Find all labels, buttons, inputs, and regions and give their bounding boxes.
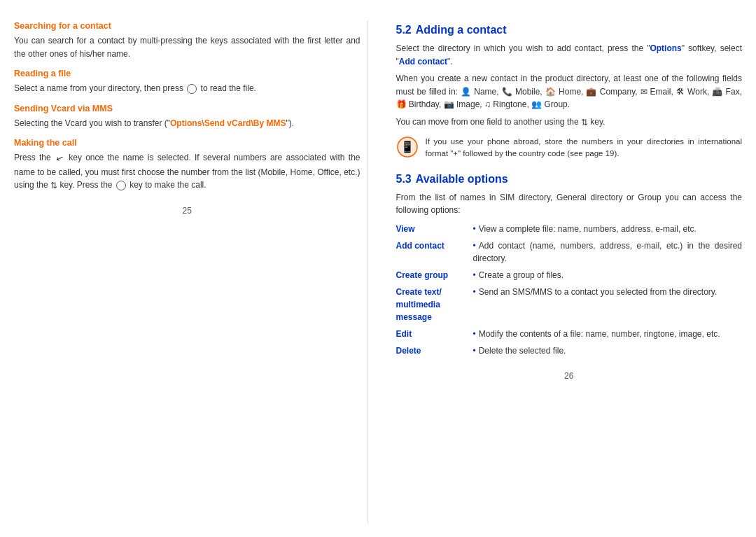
option-label-view: View [396, 223, 473, 235]
field-group: 👥 Group. [531, 99, 570, 109]
option-desc-delete: •Delete the selected file. [473, 344, 566, 357]
section-53-header: 5.3 Available options [396, 173, 743, 186]
body-searching: You can search for a contact by multi-pr… [14, 34, 360, 60]
option-label-create-text: Create text/multimediamessage [396, 286, 473, 323]
right-column: 5.2 Adding a contact Select the director… [389, 21, 743, 523]
section-52-para3: You can move from one field to another u… [396, 116, 743, 129]
option-label-add-contact: Add contact [396, 239, 473, 252]
field-mobile: 📞 Mobile, [502, 87, 542, 97]
left-column: Searching for a contact You can search f… [14, 21, 368, 523]
heading-making: Making the call [14, 138, 360, 148]
field-work: 🛠 Work, [676, 87, 710, 97]
section-53-title: Available options [416, 173, 508, 186]
options-bold: Options\Send vCard\By MMS [170, 118, 286, 128]
add-contact-keyword: Add contact [399, 57, 447, 67]
body-sending: Selecting the Vcard you wish to transfer… [14, 117, 360, 130]
svg-text:📱: 📱 [400, 140, 414, 153]
heading-reading: Reading a file [14, 69, 360, 78]
section-53-intro: From the list of names in SIM directory,… [396, 191, 743, 217]
option-label-create-group: Create group [396, 269, 473, 281]
field-email: ✉ Email, [640, 87, 673, 97]
option-desc-create-text: •Send an SMS/MMS to a contact you select… [473, 286, 718, 298]
option-desc-create-group: •Create a group of files. [473, 269, 564, 281]
option-row-delete: Delete •Delete the selected file. [396, 344, 743, 357]
body-making: Press the ↙ key once the name is selecte… [14, 151, 360, 192]
options-keyword: Options [650, 43, 681, 53]
heading-sending: Sending Vcard via MMS [14, 104, 360, 113]
right-page-number: 26 [396, 371, 743, 381]
option-row-create-text: Create text/multimediamessage •Send an S… [396, 286, 743, 323]
option-row-edit: Edit •Modify the contents of a file: nam… [396, 328, 743, 340]
updown-arrow-icon: ⇅ [581, 116, 588, 130]
options-table: View •View a complete file: name, number… [396, 223, 743, 357]
heading-searching: Searching for a contact [14, 21, 360, 31]
field-home: 🏠 Home, [545, 87, 584, 97]
circle-button-icon [187, 84, 197, 94]
section-52-header: 5.2 Adding a contact [396, 24, 743, 36]
section-searching: Searching for a contact You can search f… [14, 21, 360, 60]
section-52-title: Adding a contact [416, 24, 507, 36]
section-reading: Reading a file Select a name from your d… [14, 69, 360, 95]
section-52-number: 5.2 [396, 24, 412, 36]
field-company: 💼 Company, [586, 87, 637, 97]
body-reading: Select a name from your directory, then … [14, 82, 360, 95]
option-row-view: View •View a complete file: name, number… [396, 223, 743, 235]
left-page-number: 25 [14, 206, 360, 216]
call-icon: ↙ [54, 151, 66, 167]
field-image: 📷 Image, [444, 99, 482, 109]
info-phone-icon: 📱 [396, 136, 419, 158]
up-down-icon: ⇅ [50, 179, 57, 193]
section-52-para2: When you create a new contact in the pro… [396, 72, 743, 111]
section-52: 5.2 Adding a contact Select the director… [396, 24, 743, 165]
option-desc-edit: •Modify the contents of a file: name, nu… [473, 328, 720, 340]
field-ringtone: ♫ Ringtone, [484, 99, 529, 109]
section-making: Making the call Press the ↙ key once the… [14, 138, 360, 192]
option-desc-view: •View a complete file: name, numbers, ad… [473, 223, 696, 235]
field-birthday: 🎁 Birthday, [396, 99, 442, 109]
field-fax: 📠 Fax, [712, 87, 742, 97]
option-row-add-contact: Add contact •Add contact (name, numbers,… [396, 239, 743, 265]
field-name: 👤 Name, [461, 87, 499, 97]
option-label-edit: Edit [396, 328, 473, 340]
option-row-create-group: Create group •Create a group of files. [396, 269, 743, 281]
section-sending: Sending Vcard via MMS Selecting the Vcar… [14, 104, 360, 130]
info-box-text: If you use your phone abroad, store the … [426, 136, 743, 160]
option-desc-add-contact: •Add contact (name, numbers, address, e-… [473, 239, 743, 265]
info-box: 📱 If you use your phone abroad, store th… [396, 136, 743, 165]
section-52-para1: Select the directory in which you wish t… [396, 42, 743, 68]
option-label-delete: Delete [396, 344, 473, 357]
circle-button-icon-2 [116, 181, 126, 190]
section-53-number: 5.3 [396, 173, 412, 186]
section-53: 5.3 Available options From the list of n… [396, 173, 743, 357]
